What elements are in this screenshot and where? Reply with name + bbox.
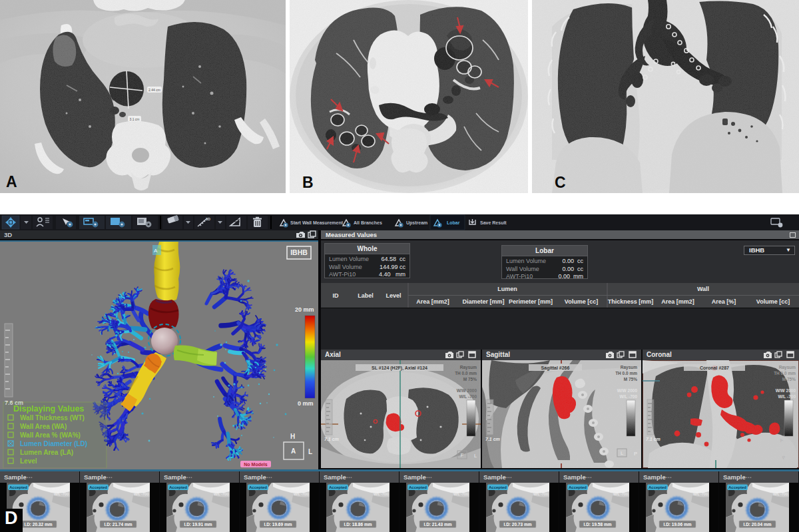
svg-text:W/W 2000: W/W 2000 (371, 487, 388, 491)
svg-text:Level: Level (386, 292, 401, 299)
svg-text:Accepted: Accepted (489, 485, 507, 489)
svg-text:I.D: 21.43 mm: I.D: 21.43 mm (424, 521, 452, 526)
svg-text:Wall: Wall (697, 286, 709, 292)
svg-text:W/L -700: W/L -700 (214, 491, 228, 495)
svg-text:I.D: 20.04 mm: I.D: 20.04 mm (744, 521, 772, 526)
svg-text:Lumen: Lumen (497, 286, 517, 292)
svg-text:Upstream: Upstream (406, 220, 427, 226)
svg-text:Displaying Values: Displaying Values (13, 404, 84, 413)
svg-text:Lobar: Lobar (447, 220, 460, 225)
svg-text:W/L -700: W/L -700 (533, 491, 548, 495)
svg-text:Wall Area % (WA%): Wall Area % (WA%) (20, 431, 81, 439)
svg-text:Start Wall Measurement: Start Wall Measurement (290, 220, 344, 225)
svg-text:IBHB: IBHB (290, 248, 308, 256)
svg-text:Volume [cc]: Volume [cc] (565, 298, 598, 305)
svg-text:W/L -700: W/L -700 (54, 491, 69, 495)
svg-text:H: H (290, 433, 295, 440)
svg-text:A: A (154, 248, 158, 254)
svg-text:I.D: 19.69 mm: I.D: 19.69 mm (264, 521, 292, 526)
svg-text:Wall Thickness (WT): Wall Thickness (WT) (20, 414, 85, 421)
svg-text:0 mm: 0 mm (298, 400, 314, 407)
svg-text:A: A (291, 447, 296, 455)
svg-text:Accepted: Accepted (169, 485, 187, 489)
svg-text:I.D: 18.86 mm: I.D: 18.86 mm (344, 521, 372, 526)
svg-text:W/W 2000: W/W 2000 (211, 487, 228, 491)
svg-text:Label: Label (358, 292, 374, 299)
svg-text:Accepted: Accepted (329, 485, 347, 489)
svg-text:I.D: 21.74 mm: I.D: 21.74 mm (105, 521, 133, 526)
svg-text:W/W 2000: W/W 2000 (611, 487, 628, 491)
svg-text:Area [mm2]: Area [mm2] (416, 298, 449, 305)
svg-text:B: B (302, 174, 314, 191)
svg-text:Area [mm2]: Area [mm2] (661, 298, 694, 305)
svg-text:A: A (6, 173, 17, 190)
svg-text:W/W 2000: W/W 2000 (690, 487, 708, 491)
svg-text:W/W 2000: W/W 2000 (770, 487, 788, 491)
svg-text:20 mm: 20 mm (295, 306, 314, 313)
svg-text:I.D: 19.06 mm: I.D: 19.06 mm (664, 521, 692, 526)
svg-text:W/L -700: W/L -700 (134, 491, 148, 495)
svg-text:W/W 2000: W/W 2000 (131, 487, 148, 491)
svg-text:Accepted: Accepted (9, 485, 27, 489)
svg-text:Thickness [mm]: Thickness [mm] (608, 298, 654, 305)
svg-text:ID: ID (333, 292, 340, 299)
svg-text:W/L -700: W/L -700 (693, 491, 708, 495)
svg-text:Area [%]: Area [%] (712, 298, 736, 305)
svg-text:Accepted: Accepted (649, 485, 666, 489)
svg-text:Wall Area (WA): Wall Area (WA) (20, 423, 67, 430)
svg-text:C: C (555, 174, 566, 191)
svg-text:Save Result: Save Result (480, 220, 507, 225)
svg-text:Perimeter [mm]: Perimeter [mm] (509, 298, 553, 305)
svg-text:Diameter [mm]: Diameter [mm] (462, 298, 504, 305)
svg-text:Lumen Area (LA): Lumen Area (LA) (20, 449, 73, 456)
svg-text:I.D: 20.73 mm: I.D: 20.73 mm (504, 521, 532, 526)
svg-text:Accepted: Accepted (728, 485, 746, 489)
svg-text:W/L -700: W/L -700 (773, 491, 788, 495)
svg-text:Accepted: Accepted (569, 485, 587, 489)
svg-text:W/L -700: W/L -700 (453, 491, 468, 495)
svg-text:No Models: No Models (244, 462, 267, 467)
svg-text:Level: Level (20, 457, 37, 465)
svg-text:All Branches: All Branches (354, 220, 382, 225)
svg-text:I.D: 19.91 mm: I.D: 19.91 mm (184, 521, 212, 526)
svg-text:W/W 2000: W/W 2000 (51, 487, 69, 491)
svg-text:I.D: 20.32 mm: I.D: 20.32 mm (25, 521, 53, 526)
svg-text:L: L (308, 448, 312, 455)
svg-text:W/L -700: W/L -700 (374, 491, 388, 495)
svg-text:Accepted: Accepted (89, 485, 107, 489)
svg-text:3D: 3D (206, 217, 210, 221)
svg-text:W/L -700: W/L -700 (294, 491, 308, 495)
svg-text:W/W 2000: W/W 2000 (291, 487, 308, 491)
svg-text:Volume [cc]: Volume [cc] (756, 298, 790, 305)
svg-text:I.D: 19.58 mm: I.D: 19.58 mm (584, 521, 612, 526)
svg-text:W/W 2000: W/W 2000 (451, 487, 468, 491)
svg-text:W/L -700: W/L -700 (613, 491, 628, 495)
svg-text:Accepted: Accepted (409, 485, 427, 489)
svg-text:Lumen Diameter (LD): Lumen Diameter (LD) (20, 440, 87, 447)
svg-text:Accepted: Accepted (249, 485, 267, 489)
svg-text:W/W 2000: W/W 2000 (531, 487, 548, 491)
